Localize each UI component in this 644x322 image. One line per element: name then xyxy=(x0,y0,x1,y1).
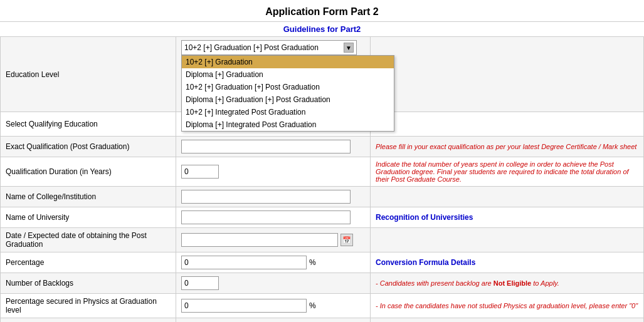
date-label: Date / Expected date of obtaining the Po… xyxy=(1,228,176,252)
backlogs-info: - Candidates with present backlog are No… xyxy=(371,273,644,294)
guidelines-link[interactable]: Guidelines for Part2 xyxy=(283,24,361,34)
college-name-input[interactable] xyxy=(181,190,351,204)
select-qualifying-label: Select Qualifying Education xyxy=(1,112,176,137)
dropdown-item-5[interactable]: Diploma [+] Integrated Post Graduation xyxy=(182,118,394,131)
university-name-cell xyxy=(176,207,371,228)
qualification-duration-cell xyxy=(176,157,371,187)
date-info xyxy=(371,228,644,252)
calendar-icon[interactable]: 📅 xyxy=(340,234,353,246)
backlogs-input[interactable] xyxy=(181,276,219,290)
percentage-label: Percentage xyxy=(1,252,176,273)
conversion-formula-link[interactable]: Conversion Formula Details xyxy=(371,252,644,273)
dropdown-item-4[interactable]: 10+2 [+] Integrated Post Graduation xyxy=(182,106,394,118)
percentage-input[interactable] xyxy=(181,256,307,269)
education-level-dropdown[interactable]: 10+2 [+] Graduation [+] Post Graduation … xyxy=(181,40,357,55)
college-info xyxy=(371,187,644,207)
dropdown-item-0[interactable]: 10+2 [+] Graduation xyxy=(182,56,394,68)
percentage-cell: % xyxy=(176,252,371,273)
date-input[interactable] xyxy=(181,233,338,247)
page-title: Application Form Part 2 xyxy=(0,0,644,22)
recognition-link[interactable]: Recognition of Universities xyxy=(371,207,644,228)
percentage-symbol: % xyxy=(309,258,316,267)
dropdown-arrow-icon[interactable]: ▼ xyxy=(344,43,354,53)
maths-cell: % xyxy=(176,318,371,323)
dropdown-item-2[interactable]: 10+2 [+] Graduation [+] Post Graduation xyxy=(182,81,394,93)
qualification-duration-input[interactable] xyxy=(181,165,219,179)
physics-cell: % xyxy=(176,294,371,318)
qualifying-info xyxy=(371,112,644,137)
college-name-label: Name of College/Institution xyxy=(1,187,176,207)
education-level-cell: 10+2 [+] Graduation [+] Post Graduation … xyxy=(176,37,371,112)
college-name-cell xyxy=(176,187,371,207)
not-eligible-text: Not Eligible xyxy=(494,279,532,287)
university-name-label: Name of University xyxy=(1,207,176,228)
maths-label: Percentage secured in Mathematics at Gra… xyxy=(1,318,176,323)
dropdown-display[interactable]: 10+2 [+] Graduation [+] Post Graduation … xyxy=(181,40,357,55)
exact-qualification-input[interactable] xyxy=(181,140,351,153)
qualification-duration-info: Indicate the total number of years spent… xyxy=(371,157,644,187)
education-level-info xyxy=(371,37,644,112)
exact-qualification-label: Exact Qualification (Post Graduation) xyxy=(1,137,176,157)
education-level-label: Education Level xyxy=(1,37,176,112)
dropdown-item-3[interactable]: Diploma [+] Graduation [+] Post Graduati… xyxy=(182,93,394,106)
date-cell: 📅 xyxy=(176,228,371,252)
backlogs-cell xyxy=(176,273,371,294)
exact-qualification-cell xyxy=(176,137,371,157)
physics-percent-symbol: % xyxy=(309,301,316,310)
physics-info: - In case the candidates have not studie… xyxy=(371,294,644,318)
maths-info: - In case the candidates have not studie… xyxy=(371,318,644,323)
dropdown-selected-text: 10+2 [+] Graduation [+] Post Graduation xyxy=(184,43,319,52)
qualification-duration-label: Qualification Duration (in Years) xyxy=(1,157,176,187)
backlogs-label: Number of Backlogs xyxy=(1,273,176,294)
dropdown-list: 10+2 [+] Graduation Diploma [+] Graduati… xyxy=(181,55,394,132)
exact-qualification-info: Please fill in your exact qualification … xyxy=(371,137,644,157)
dropdown-item-1[interactable]: Diploma [+] Graduation xyxy=(182,68,394,81)
university-name-input[interactable] xyxy=(181,210,351,224)
physics-label: Percentage secured in Physics at Graduat… xyxy=(1,294,176,318)
physics-input[interactable] xyxy=(181,299,307,313)
